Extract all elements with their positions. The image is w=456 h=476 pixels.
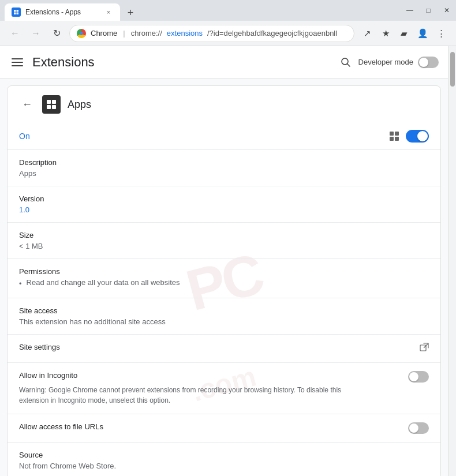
window-controls: — □ ✕ — [405, 6, 451, 15]
source-value: Not from Chrome Web Store. — [19, 462, 429, 470]
status-actions — [388, 130, 429, 143]
minimize-button[interactable]: — — [405, 6, 414, 15]
svg-rect-13 — [395, 137, 399, 141]
allow-incognito-label: Allow in Incognito — [19, 371, 77, 380]
scrollbar-thumb[interactable] — [450, 52, 455, 87]
svg-rect-10 — [390, 132, 394, 136]
hamburger-line — [12, 65, 23, 66]
card-header: ← Apps — [8, 86, 440, 123]
svg-rect-6 — [47, 100, 51, 104]
extension-name: Apps — [68, 99, 429, 111]
dev-mode-label: Developer mode — [358, 58, 413, 66]
back-button[interactable]: ← — [7, 25, 23, 42]
permissions-value: Read and change all your data on all web… — [27, 278, 180, 287]
version-value: 1.0 — [19, 205, 429, 214]
extension-detail-card: PC .com ← Apps On — [7, 85, 441, 476]
toggle-knob — [417, 131, 428, 141]
nav-actions: ↗ ★ ▰ 👤 ⋮ — [359, 25, 449, 42]
description-value: Apps — [19, 169, 429, 178]
site-access-value: This extension has no additional site ac… — [19, 317, 429, 326]
source-row: Source Not from Chrome Web Store. — [8, 443, 440, 477]
site-security-icon — [77, 29, 86, 38]
version-row: Version 1.0 — [8, 186, 440, 223]
svg-rect-3 — [17, 13, 19, 15]
toggle-knob — [419, 58, 428, 67]
svg-rect-0 — [14, 10, 16, 12]
main-content: Extensions Developer mode PC .com — [0, 46, 448, 476]
svg-rect-12 — [390, 137, 394, 141]
extensions-header: Extensions Developer mode — [0, 46, 448, 78]
scrollbar[interactable] — [448, 46, 456, 476]
site-settings-label: Site settings — [19, 343, 60, 351]
svg-rect-11 — [395, 132, 399, 136]
svg-rect-8 — [47, 105, 51, 109]
profile-button[interactable]: 👤 — [414, 25, 431, 42]
description-row: Description Apps — [8, 150, 440, 186]
new-tab-button[interactable]: + — [122, 5, 139, 21]
allow-incognito-header: Allow in Incognito — [19, 371, 429, 383]
address-bar[interactable]: Chrome | chrome://extensions/?id=delgehb… — [69, 25, 354, 42]
toggle-knob — [409, 372, 418, 381]
version-label: Version — [19, 194, 429, 203]
svg-rect-14 — [420, 345, 426, 351]
allow-file-urls-toggle[interactable] — [408, 422, 429, 434]
back-to-extensions-button[interactable]: ← — [19, 96, 35, 113]
address-path: extensions — [167, 29, 203, 38]
share-button[interactable]: ↗ — [359, 25, 375, 42]
allow-file-urls-row: Allow access to file URLs — [8, 414, 440, 443]
extension-icon — [42, 95, 61, 114]
dev-mode-area: Developer mode — [338, 54, 439, 70]
hamburger-line — [12, 58, 23, 59]
toggle-knob — [409, 423, 418, 433]
view-grid-icon[interactable] — [388, 130, 400, 142]
external-link-icon — [420, 343, 429, 354]
svg-rect-7 — [52, 100, 56, 104]
site-settings-row[interactable]: Site settings — [8, 335, 440, 363]
permissions-label: Permissions — [19, 267, 429, 276]
browser-tab[interactable]: Extensions - Apps × — [5, 3, 120, 21]
status-row: On — [8, 123, 440, 150]
tab-close-button[interactable]: × — [104, 8, 113, 17]
chrome-label: Chrome — [91, 29, 117, 38]
bullet-point: • — [19, 278, 22, 290]
title-bar: Extensions - Apps × + — □ ✕ — [0, 0, 456, 21]
page-title: Extensions — [32, 55, 331, 70]
allow-file-urls-label: Allow access to file URLs — [19, 422, 103, 431]
status-label: On — [19, 132, 30, 141]
address-divider: | — [123, 29, 125, 38]
close-button[interactable]: ✕ — [442, 6, 451, 15]
maximize-button[interactable]: □ — [424, 6, 433, 15]
search-button[interactable] — [338, 54, 354, 70]
description-label: Description — [19, 158, 429, 167]
svg-rect-2 — [14, 13, 16, 15]
permissions-item: • Read and change all your data on all w… — [19, 278, 429, 290]
bookmark-button[interactable]: ★ — [377, 25, 394, 42]
menu-button[interactable] — [9, 54, 25, 70]
permissions-row: Permissions • Read and change all your d… — [8, 259, 440, 298]
address-scheme: chrome:// — [131, 29, 162, 38]
page-area: Extensions Developer mode PC .com — [0, 46, 456, 476]
menu-button[interactable]: ⋮ — [433, 25, 449, 42]
address-query: /?id=delgehbafdfkagegeojcfkjgoaenbnll — [207, 29, 337, 38]
source-label: Source — [19, 451, 429, 459]
extension-enable-toggle[interactable] — [406, 130, 429, 143]
developer-mode-toggle[interactable] — [418, 57, 439, 68]
size-value: < 1 MB — [19, 242, 429, 250]
svg-line-5 — [347, 63, 350, 66]
allow-incognito-row: Allow in Incognito Warning: Google Chrom… — [8, 363, 440, 414]
extensions-button[interactable]: ▰ — [396, 25, 412, 42]
svg-rect-1 — [17, 10, 19, 12]
allow-incognito-desc: Warning: Google Chrome cannot prevent ex… — [19, 385, 354, 406]
tab-title: Extensions - Apps — [25, 8, 81, 16]
forward-button[interactable]: → — [28, 25, 44, 42]
refresh-button[interactable]: ↻ — [48, 25, 65, 42]
site-access-label: Site access — [19, 306, 429, 315]
hamburger-line — [12, 62, 23, 63]
size-label: Size — [19, 231, 429, 239]
tab-favicon — [12, 8, 21, 17]
site-access-row: Site access This extension has no additi… — [8, 298, 440, 335]
nav-bar: ← → ↻ Chrome | chrome://extensions/?id=d… — [0, 21, 456, 46]
size-row: Size < 1 MB — [8, 223, 440, 259]
allow-incognito-toggle[interactable] — [408, 371, 429, 383]
svg-rect-9 — [52, 105, 56, 109]
